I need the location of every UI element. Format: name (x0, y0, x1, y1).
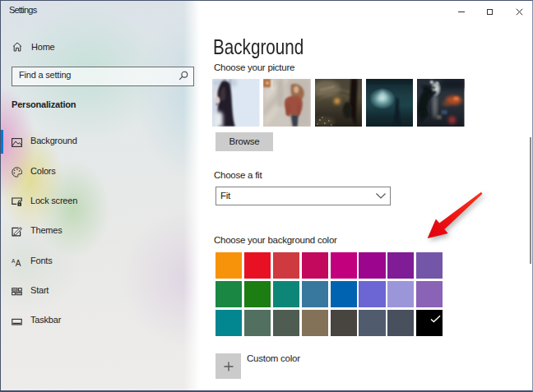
svg-text:A: A (16, 259, 21, 268)
